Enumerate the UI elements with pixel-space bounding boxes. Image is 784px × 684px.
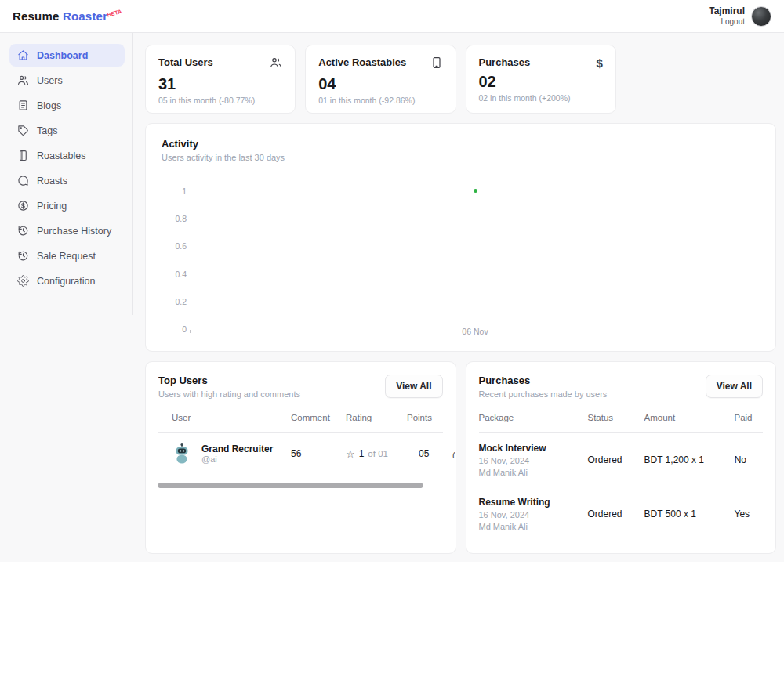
column-header-points: Points: [407, 413, 452, 422]
stat-label: Total Users: [158, 56, 213, 68]
tag-icon: [17, 125, 29, 136]
purchases-title: Purchases: [479, 375, 608, 386]
y-axis-tick: 0.2: [162, 297, 187, 306]
rating-of: of 01: [368, 449, 388, 458]
stat-value: 02: [479, 73, 603, 91]
stat-subtext: 05 in this month (-80.77%): [158, 96, 282, 105]
y-axis-tick: 1: [162, 186, 187, 196]
sidebar-item-tags[interactable]: Tags: [9, 119, 125, 142]
package-name: Resume Writing: [479, 497, 588, 508]
users-icon: [270, 56, 282, 72]
sidebar-item-label: Pricing: [37, 201, 67, 212]
rating-value: 1: [359, 448, 365, 459]
purchase-user: Md Manik Ali: [479, 468, 588, 477]
stat-value: 04: [318, 75, 442, 93]
column-header-paid: Paid: [735, 413, 769, 422]
table-row[interactable]: Mock Interview 16 Nov, 2024 Md Manik Ali…: [479, 433, 764, 487]
beta-badge: BETA: [107, 9, 122, 17]
main-content: Total Users 31 05 in this month (-80.77%…: [133, 33, 784, 566]
stat-card-purchases: Purchases $ 02 02 in this month (+200%): [466, 45, 616, 114]
top-users-card: Top Users Users with high rating and com…: [145, 361, 456, 554]
document-icon: [17, 100, 29, 111]
column-header-comment: Comment: [291, 413, 346, 422]
dollar-circle-icon: [17, 200, 29, 212]
user-menu[interactable]: Tajmirul Logout: [709, 5, 771, 27]
chat-icon: [17, 175, 29, 186]
y-axis-tick: 0.8: [162, 214, 187, 223]
activity-card: Activity Users activity in the last 30 d…: [145, 123, 776, 352]
tablet-icon: [430, 56, 443, 72]
column-header-amount: Amount: [644, 413, 735, 422]
table-row[interactable]: Grand Recruiter @ai 56 ☆ 1 of 01 05 (: [158, 433, 443, 472]
stat-label: Active Roastables: [318, 56, 406, 68]
sidebar-item-roastables[interactable]: Roastables: [9, 144, 125, 167]
purchase-amount: BDT 1,200 x 1: [644, 454, 735, 465]
purchase-date: 16 Nov, 2024: [479, 456, 588, 465]
user-name: Tajmirul: [709, 5, 745, 17]
dollar-icon: $: [596, 56, 602, 70]
column-header-package: Package: [479, 413, 588, 422]
stat-card-active-roastables: Active Roastables 04 01 in this month (-…: [305, 45, 456, 114]
x-axis-label: 06 Nov: [462, 327, 488, 336]
activity-title: Activity: [162, 138, 760, 150]
bottom-row: Top Users Users with high rating and com…: [145, 361, 776, 554]
purchase-paid: Yes: [735, 508, 767, 519]
sidebar-item-label: Users: [37, 75, 63, 86]
top-users-table-header: User Comment Rating Points: [158, 413, 443, 433]
users-icon: [17, 74, 29, 86]
top-users-title: Top Users: [158, 375, 300, 386]
top-header: Resume RoasterBETA Tajmirul Logout: [0, 0, 784, 33]
sidebar-item-label: Sale Request: [37, 251, 96, 262]
sidebar-item-label: Blogs: [37, 100, 61, 111]
gear-icon: [17, 275, 29, 287]
clipped-cell-fragment: (: [452, 451, 455, 458]
robot-avatar: [172, 443, 192, 465]
purchase-paid: No: [735, 454, 764, 465]
sidebar-item-configuration[interactable]: Configuration: [9, 270, 125, 292]
top-user-name: Grand Recruiter: [201, 443, 273, 454]
logout-link[interactable]: Logout: [709, 17, 745, 27]
app-logo[interactable]: Resume RoasterBETA: [13, 9, 124, 23]
history-icon: [17, 225, 29, 237]
activity-subtitle: Users activity in the last 30 days: [162, 153, 760, 162]
stat-card-total-users: Total Users 31 05 in this month (-80.77%…: [145, 45, 296, 114]
sidebar-nav: Dashboard Users Blogs Tags Roastables Ro…: [0, 33, 133, 315]
sidebar-item-sale-request[interactable]: Sale Request: [9, 244, 125, 267]
purchase-status: Ordered: [588, 508, 644, 519]
sidebar-item-blogs[interactable]: Blogs: [9, 94, 125, 117]
sidebar-item-label: Tags: [37, 125, 57, 136]
horizontal-scrollbar[interactable]: [158, 483, 423, 488]
top-users-subtitle: Users with high rating and comments: [158, 389, 300, 399]
purchase-user: Md Manik Ali: [479, 522, 588, 531]
top-users-view-all-button[interactable]: View All: [385, 375, 442, 398]
sidebar-item-roasts[interactable]: Roasts: [9, 169, 125, 192]
sidebar-item-dashboard[interactable]: Dashboard: [9, 44, 125, 67]
sidebar-item-pricing[interactable]: Pricing: [9, 194, 125, 217]
y-axis-tick: 0: [162, 324, 187, 334]
axis-tick-mark: [190, 330, 191, 333]
content-band: Dashboard Users Blogs Tags Roastables Ro…: [0, 33, 784, 562]
history-icon: [17, 250, 29, 262]
activity-chart: 1 0.8 0.6 0.4 0.2 0 06 Nov: [162, 179, 760, 340]
user-avatar[interactable]: [751, 6, 771, 27]
purchases-card: Purchases Recent purchases made by users…: [466, 361, 777, 554]
comment-count: 56: [291, 448, 346, 459]
purchases-view-all-button[interactable]: View All: [706, 375, 763, 398]
top-user-handle: @ai: [201, 454, 273, 464]
table-row[interactable]: Resume Writing 16 Nov, 2024 Md Manik Ali…: [479, 487, 764, 541]
logo-part2: Roaster: [63, 9, 107, 23]
purchases-subtitle: Recent purchases made by users: [479, 389, 608, 399]
sidebar-item-purchase-history[interactable]: Purchase History: [9, 219, 125, 242]
purchases-table-header: Package Status Amount Paid: [479, 413, 764, 433]
y-axis-tick: 0.4: [162, 270, 187, 279]
logo-part1: Resume: [13, 9, 60, 23]
sidebar-item-label: Roastables: [37, 150, 86, 161]
column-header-user: User: [172, 413, 291, 422]
book-icon: [17, 150, 29, 161]
data-point[interactable]: [474, 189, 477, 193]
stat-value: 31: [158, 75, 282, 93]
column-header-rating: Rating: [346, 413, 407, 422]
package-name: Mock Interview: [479, 443, 588, 454]
y-axis-tick: 0.6: [162, 241, 187, 251]
sidebar-item-users[interactable]: Users: [9, 69, 125, 92]
